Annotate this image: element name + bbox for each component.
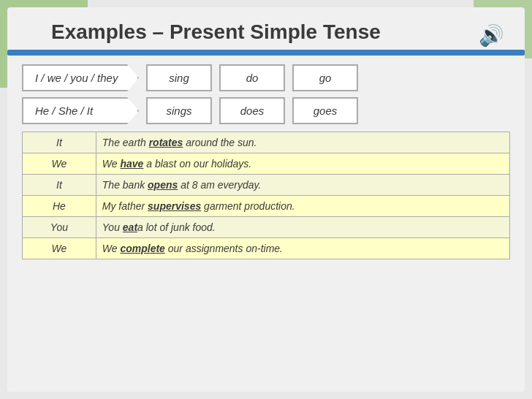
main-container: Examples – Present Simple Tense 🔊 I / we…: [7, 7, 525, 392]
subject-cell: It: [23, 132, 96, 153]
subject-cell: He: [23, 196, 96, 217]
subject-cell: We: [23, 238, 96, 259]
subject-cell: It: [23, 175, 96, 196]
pronoun-box-2: He / She / It: [22, 97, 139, 124]
page-title: Examples – Present Simple Tense: [51, 20, 381, 43]
verb-box-sings: sings: [146, 97, 212, 124]
verb-box-sing: sing: [146, 64, 212, 91]
pronoun-row-2: He / She / It sings does goes: [22, 97, 510, 124]
table-row: ItThe bank opens at 8 am everyday.: [23, 175, 510, 196]
sentence-cell: We have a blast on our holidays.: [96, 153, 509, 175]
verb-highlight: rotates: [149, 137, 183, 148]
content-area: I / we / you / they sing do go He / She …: [7, 56, 525, 265]
table-row: ItThe earth rotates around the sun.: [23, 132, 510, 153]
table-row: YouYou eata lot of junk food.: [23, 217, 510, 238]
blue-bar: [7, 50, 525, 56]
pronoun-box-1: I / we / you / they: [22, 64, 139, 91]
sentence-cell: The bank opens at 8 am everyday.: [96, 175, 509, 196]
table-row: HeMy father supervises garment productio…: [23, 196, 510, 217]
verb-highlight: have: [120, 158, 143, 170]
examples-table: ItThe earth rotates around the sun.WeWe …: [22, 132, 510, 259]
sentence-cell: We complete our assignments on-time.: [96, 238, 509, 259]
verb-box-go: go: [292, 64, 358, 91]
verb-highlight: eat: [123, 221, 137, 233]
speaker-icon[interactable]: 🔊: [479, 23, 504, 48]
table-row: WeWe complete our assignments on-time.: [23, 238, 510, 259]
verb-box-do: do: [219, 64, 285, 91]
table-row: WeWe have a blast on our holidays.: [23, 153, 510, 175]
sentence-cell: The earth rotates around the sun.: [96, 132, 509, 153]
verb-box-does: does: [219, 97, 285, 124]
sentence-cell: You eata lot of junk food.: [96, 217, 509, 238]
title-area: Examples – Present Simple Tense: [7, 7, 525, 50]
pronoun-row-1: I / we / you / they sing do go: [22, 64, 510, 91]
subject-cell: You: [23, 217, 96, 238]
sentence-cell: My father supervises garment production.: [96, 196, 509, 217]
subject-cell: We: [23, 153, 96, 175]
verb-box-goes: goes: [292, 97, 358, 124]
verb-highlight: opens: [148, 179, 178, 191]
verb-highlight: supervises: [148, 200, 201, 212]
verb-highlight: complete: [120, 243, 164, 254]
